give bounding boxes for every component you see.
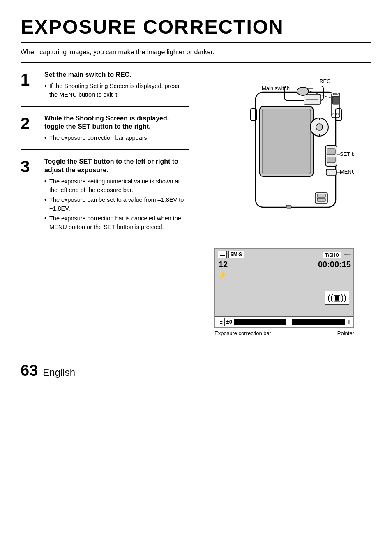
image-stabilizer-icon: ((▣)) — [325, 291, 349, 305]
exposure-bar-row: ± ±0 + — [215, 316, 353, 327]
step-2-content: While the Shooting Screen is displayed, … — [44, 114, 189, 144]
screen-center: ((▣)) — [215, 279, 353, 316]
step-3-content: Toggle the SET button to the left or rig… — [44, 157, 189, 233]
screen-top-left: ▬ 5M·S 12 ⚡ — [218, 251, 244, 279]
shot-count: 12 — [219, 260, 244, 269]
step-3: 3 Toggle the SET button to the left or r… — [21, 150, 189, 238]
resolution-badge: 5M·S — [228, 251, 244, 258]
step-1-title: Set the main switch to REC. — [44, 71, 189, 79]
svg-rect-33 — [286, 205, 291, 208]
steps-column: 1 Set the main switch to REC. If the Sho… — [21, 63, 197, 238]
step-1-bullet-1: If the Shooting Setting Screen is displa… — [44, 82, 189, 99]
page-subtitle: When capturing images, you can make the … — [21, 49, 371, 56]
step-1: 1 Set the main switch to REC. If the Sho… — [21, 63, 189, 107]
step-2: 2 While the Shooting Screen is displayed… — [21, 107, 189, 150]
step-3-bullet-2: The exposure can be set to a value from … — [44, 196, 189, 213]
camera-svg: REC Main switch — [214, 67, 354, 240]
set-button-label: SET button — [340, 151, 354, 157]
footer: 63 English — [21, 362, 371, 379]
svg-rect-29 — [317, 194, 325, 197]
svg-rect-11 — [332, 96, 339, 104]
flash-icon: ⚡ — [218, 270, 244, 279]
svg-point-21 — [297, 87, 309, 95]
exposure-plus-label: + — [347, 318, 351, 326]
quality-badge: T/SHQ — [323, 252, 341, 258]
exposure-icon: ± — [218, 318, 225, 326]
step-2-number: 2 — [21, 114, 40, 132]
exposure-zero-label: ±0 — [226, 319, 232, 325]
language-label: English — [43, 367, 75, 378]
svg-text:REC: REC — [333, 93, 340, 96]
exposure-pointer-marker — [286, 319, 292, 325]
svg-rect-25 — [326, 169, 336, 175]
pointer-label: Pointer — [337, 330, 354, 337]
screen-top-right: T/SHQ ≡≡≡ 00:00:15 — [318, 251, 351, 279]
svg-rect-5 — [262, 109, 311, 174]
camera-diagram: REC Main switch — [214, 67, 354, 242]
rec-label: REC — [319, 78, 330, 84]
page-title: EXPOSURE CORRECTION — [21, 16, 371, 38]
step-2-bullet-1: The exposure correction bar appears. — [44, 134, 189, 142]
exposure-bar-wrap: ±0 + — [226, 318, 351, 326]
step-3-bullet-1: The exposure setting numerical value is … — [44, 177, 189, 194]
step-3-bullet-3: The exposure correction bar is canceled … — [44, 214, 189, 231]
exposure-track — [234, 319, 345, 325]
svg-rect-23 — [327, 149, 335, 155]
top-divider — [21, 42, 371, 43]
svg-point-16 — [316, 124, 323, 130]
step-1-content: Set the main switch to REC. If the Shoot… — [44, 71, 189, 100]
step-2-title: While the Shooting Screen is displayed, … — [44, 114, 189, 132]
screen-top-bar: ▬ 5M·S 12 ⚡ T/SHQ ≡≡≡ 00:00:15 — [215, 249, 353, 279]
svg-rect-24 — [327, 157, 335, 163]
content-area: 1 Set the main switch to REC. If the Sho… — [21, 63, 371, 337]
step-3-number: 3 — [21, 157, 40, 175]
screen-diagram: ▬ 5M·S 12 ⚡ T/SHQ ≡≡≡ 00:00:15 ((▣)) — [214, 248, 354, 328]
time-display: 00:00:15 — [318, 260, 351, 269]
step-1-number: 1 — [21, 71, 40, 88]
step-3-title: Toggle the SET button to the left or rig… — [44, 157, 189, 175]
svg-rect-30 — [317, 198, 325, 201]
diagram-column: REC Main switch — [197, 63, 371, 337]
page-number: 63 — [21, 362, 38, 379]
menu-button-label: MENU button — [340, 169, 354, 175]
diagram-labels: Exposure correction bar Pointer — [214, 330, 354, 337]
exposure-bar-label: Exposure correction bar — [214, 330, 271, 337]
battery-badge: ▬ — [218, 251, 227, 258]
